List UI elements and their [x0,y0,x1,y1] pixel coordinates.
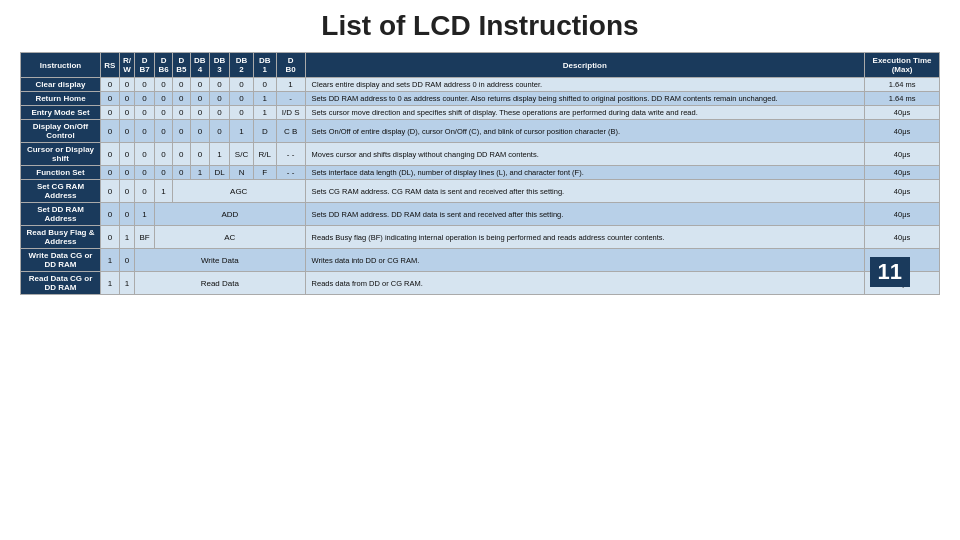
instructions-table: Instruction RS R/W DB7 DB6 DB5 DB4 DB3 D… [20,52,940,295]
rs-cell: 0 [101,226,120,249]
rw-cell: 1 [119,272,134,295]
col-header-db5: DB5 [172,53,190,78]
description-cell: Sets interface data length (DL), number … [305,166,865,180]
instruction-cell: Read Data CG or DD RAM [21,272,101,295]
description-cell: Reads Busy flag (BF) indicating internal… [305,226,865,249]
rs-cell: 0 [101,203,120,226]
rs-cell: 0 [101,78,120,92]
table-row: Clear display0000000001Clears entire dis… [21,78,940,92]
rw-cell: 0 [119,180,134,203]
instruction-cell: Display On/Off Control [21,120,101,143]
description-cell: Sets DD RAM address to 0 as address coun… [305,92,865,106]
description-cell: Moves cursor and shifts display without … [305,143,865,166]
description-cell: Sets On/Off of entire display (D), curso… [305,120,865,143]
exec-cell: 1.64 ms [865,92,940,106]
rw-cell: 0 [119,120,134,143]
rw-cell: 0 [119,106,134,120]
description-cell: Sets DD RAM address. DD RAM data is sent… [305,203,865,226]
instruction-cell: Set DD RAM Address [21,203,101,226]
exec-cell: 40μs [865,180,940,203]
table-row: Read Data CG or DD RAM11Read DataReads d… [21,272,940,295]
col-header-db4: DB4 [190,53,209,78]
rs-cell: 0 [101,180,120,203]
rw-cell: 0 [119,78,134,92]
table-row: Set DD RAM Address001ADDSets DD RAM addr… [21,203,940,226]
table-row: Return Home000000001-Sets DD RAM address… [21,92,940,106]
col-header-db1: DB1 [253,53,276,78]
col-header-db3: DB3 [210,53,230,78]
instruction-cell: Write Data CG or DD RAM [21,249,101,272]
col-header-db7: DB7 [135,53,155,78]
col-header-exec: Execution Time(Max) [865,53,940,78]
rs-cell: 1 [101,272,120,295]
exec-cell: 40μs [865,226,940,249]
instruction-cell: Entry Mode Set [21,106,101,120]
rs-cell: 0 [101,120,120,143]
table-row: Function Set000001DLNF- -Sets interface … [21,166,940,180]
col-header-rw: R/W [119,53,134,78]
col-header-db2: DB2 [230,53,254,78]
rw-cell: 0 [119,203,134,226]
instruction-cell: Clear display [21,78,101,92]
exec-cell: 40μs [865,166,940,180]
instruction-cell: Read Busy Flag & Address [21,226,101,249]
rs-cell: 0 [101,166,120,180]
rs-cell: 0 [101,92,120,106]
col-header-rs: RS [101,53,120,78]
description-cell: Sets CG RAM address. CG RAM data is sent… [305,180,865,203]
description-cell: Sets cursor move direction and specifies… [305,106,865,120]
rw-cell: 0 [119,166,134,180]
rs-cell: 0 [101,106,120,120]
table-row: Display On/Off Control00000001DC BSets O… [21,120,940,143]
col-header-db0: DB0 [276,53,305,78]
exec-cell: 40μs [865,106,940,120]
description-cell: Reads data from DD or CG RAM. [305,272,865,295]
col-header-description: Description [305,53,865,78]
table-row: Set CG RAM Address0001AGCSets CG RAM add… [21,180,940,203]
exec-cell: 40μs [865,203,940,226]
rw-cell: 1 [119,226,134,249]
rs-cell: 0 [101,143,120,166]
instruction-cell: Function Set [21,166,101,180]
description-cell: Clears entire display and sets DD RAM ad… [305,78,865,92]
col-header-instruction: Instruction [21,53,101,78]
rw-cell: 0 [119,92,134,106]
rw-cell: 0 [119,143,134,166]
table-row: Write Data CG or DD RAM10Write DataWrite… [21,249,940,272]
rw-cell: 0 [119,249,134,272]
exec-cell: 40μs [865,143,940,166]
description-cell: Writes data into DD or CG RAM. [305,249,865,272]
exec-cell: 1.64 ms [865,78,940,92]
table-row: Read Busy Flag & Address01BFACReads Busy… [21,226,940,249]
rs-cell: 1 [101,249,120,272]
exec-cell: 40μs [865,120,940,143]
page-number: 11 [870,257,910,287]
page-title: List of LCD Instructions [321,10,638,42]
instruction-cell: Cursor or Display shift [21,143,101,166]
instruction-cell: Set CG RAM Address [21,180,101,203]
table-row: Entry Mode Set000000001I/D SSets cursor … [21,106,940,120]
col-header-db6: DB6 [155,53,173,78]
table-row: Cursor or Display shift0000001S/CR/L- -M… [21,143,940,166]
instruction-cell: Return Home [21,92,101,106]
